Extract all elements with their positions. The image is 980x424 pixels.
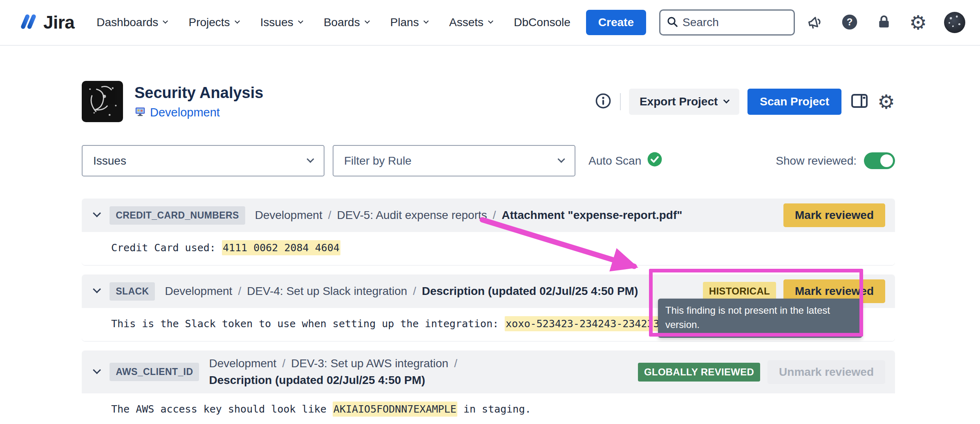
chevron-down-icon <box>365 19 370 24</box>
jira-logo[interactable]: Jira <box>18 11 74 33</box>
breadcrumb: Development / DEV-4: Set up Slack integr… <box>165 283 638 300</box>
snippet-highlight: 4111 0062 2084 4604 <box>222 240 340 255</box>
svg-text:?: ? <box>847 16 853 27</box>
snippet-highlight: xoxo-523423-234243-234233-e <box>505 316 672 331</box>
rule-badge: SLACK <box>110 282 155 301</box>
breadcrumb-project[interactable]: Development <box>165 283 232 300</box>
export-project-button[interactable]: Export Project <box>629 89 739 115</box>
snippet-highlight: AKIAIO5FODNN7EXAMPLE <box>333 402 457 417</box>
breadcrumb-separator: / <box>493 207 496 224</box>
breadcrumb-separator: / <box>454 355 457 372</box>
breadcrumb-separator: / <box>238 283 241 300</box>
lock-icon <box>876 14 892 31</box>
finding-row: AWS_CLIENT_ID Development / DEV-3: Set u… <box>82 350 895 424</box>
check-circle-icon <box>647 152 662 170</box>
create-button[interactable]: Create <box>586 10 646 35</box>
main-content: Security Analysis Development Export Pro… <box>82 81 895 424</box>
help-icon: ? <box>841 13 859 32</box>
search-box[interactable] <box>659 9 795 36</box>
finding-snippet: The AWS access key should look like AKIA… <box>82 393 895 424</box>
navbar-icon-group: ? ⚙ <box>806 12 965 33</box>
page-settings-button[interactable]: ⚙ <box>877 92 895 112</box>
nav-item-projects[interactable]: Projects <box>188 16 239 29</box>
chevron-down-icon[interactable] <box>93 285 101 293</box>
info-button[interactable] <box>595 92 612 111</box>
nav-item-assets[interactable]: Assets <box>449 16 492 29</box>
nav-item-label: Assets <box>449 16 483 29</box>
rule-filter-value: Filter by Rule <box>344 154 412 167</box>
security-button[interactable] <box>876 14 892 31</box>
page-title: Security Analysis <box>134 84 263 102</box>
search-input[interactable] <box>682 16 788 29</box>
breadcrumb-location: Description (updated 02/Jul/25 4:50 PM) <box>422 283 638 300</box>
issues-filter-value: Issues <box>93 154 126 167</box>
breadcrumb-separator: / <box>413 283 416 300</box>
historical-badge: HISTORICAL <box>703 282 776 301</box>
chevron-down-icon <box>723 97 730 104</box>
breadcrumb-project[interactable]: Development <box>209 355 276 372</box>
finding-header[interactable]: AWS_CLIENT_ID Development / DEV-3: Set u… <box>82 350 895 393</box>
top-navbar: Jira Dashboards Projects Issues Boards P… <box>0 0 980 46</box>
unmark-reviewed-button[interactable]: Unmark reviewed <box>767 360 885 384</box>
chevron-down-icon[interactable] <box>93 209 101 217</box>
toggle-knob <box>880 154 893 167</box>
gear-icon: ⚙ <box>909 13 927 32</box>
project-avatar <box>82 81 123 122</box>
auto-scan-status: Auto Scan <box>588 152 662 170</box>
details-panel-button[interactable] <box>850 91 869 112</box>
breadcrumb-issue[interactable]: DEV-3: Set up AWS integration <box>291 355 448 372</box>
mark-reviewed-button[interactable]: Mark reviewed <box>783 203 885 227</box>
nav-item-dbconsole[interactable]: DbConsole <box>514 16 571 29</box>
scan-project-button[interactable]: Scan Project <box>747 89 841 115</box>
chevron-down-icon <box>298 19 303 24</box>
breadcrumb-location: Attachment "expense-report.pdf" <box>502 207 682 224</box>
finding-snippet: Credit Card used: 4111 0062 2084 4604 <box>82 232 895 265</box>
megaphone-icon <box>806 13 823 32</box>
settings-button[interactable]: ⚙ <box>909 13 927 32</box>
breadcrumb-issue[interactable]: DEV-4: Set up Slack integration <box>247 283 407 300</box>
info-icon <box>595 92 612 111</box>
snippet-text: This is the Slack token to use when sett… <box>111 318 505 330</box>
snippet-text: in staging. <box>457 403 531 415</box>
parent-project-link[interactable]: Development <box>150 106 220 119</box>
show-reviewed-toggle[interactable] <box>864 152 895 169</box>
issues-filter-select[interactable]: Issues <box>82 145 324 176</box>
announcement-button[interactable] <box>806 13 823 32</box>
search-icon <box>666 16 678 29</box>
nav-item-label: DbConsole <box>514 16 571 29</box>
rule-filter-select[interactable]: Filter by Rule <box>333 145 575 176</box>
nav-item-dashboards[interactable]: Dashboards <box>96 16 167 29</box>
breadcrumb-issue[interactable]: DEV-5: Audit expense reports <box>337 207 487 224</box>
nav-item-boards[interactable]: Boards <box>324 16 369 29</box>
jira-logo-text: Jira <box>43 12 74 33</box>
jira-logo-icon <box>18 11 38 33</box>
finding-actions: GLOBALLY REVIEWED Unmark reviewed <box>630 360 885 384</box>
filter-row: Issues Filter by Rule Auto Scan Show rev… <box>82 145 895 176</box>
help-button[interactable]: ? <box>841 13 859 32</box>
profile-button[interactable] <box>944 12 965 33</box>
nav-item-label: Plans <box>390 16 419 29</box>
nav-item-label: Issues <box>260 16 293 29</box>
breadcrumb-separator: / <box>328 207 331 224</box>
nav-item-label: Projects <box>188 16 230 29</box>
nav-item-plans[interactable]: Plans <box>390 16 428 29</box>
snippet-text: Credit Card used: <box>111 242 222 254</box>
chevron-down-icon <box>235 19 240 24</box>
breadcrumb-project[interactable]: Development <box>255 207 322 224</box>
show-reviewed-label: Show reviewed: <box>776 154 857 167</box>
breadcrumb: Development / DEV-3: Set up AWS integrat… <box>209 355 630 388</box>
chevron-down-icon <box>488 19 493 24</box>
project-actions: Export Project Scan Project ⚙ <box>595 89 895 115</box>
historical-tooltip: This finding is not present in the lates… <box>658 299 862 338</box>
primary-navigation: Dashboards Projects Issues Boards Plans … <box>96 16 571 29</box>
nav-item-issues[interactable]: Issues <box>260 16 302 29</box>
chevron-down-icon[interactable] <box>93 366 101 374</box>
globally-reviewed-badge: GLOBALLY REVIEWED <box>638 363 760 382</box>
nav-item-label: Boards <box>324 16 360 29</box>
snippet-text: The AWS access key should look like <box>111 403 333 415</box>
breadcrumb-separator: / <box>282 355 285 372</box>
gear-icon: ⚙ <box>877 92 895 112</box>
breadcrumb: Development / DEV-5: Audit expense repor… <box>255 207 682 224</box>
finding-header[interactable]: CREDIT_CARD_NUMBERS Development / DEV-5:… <box>82 199 895 232</box>
user-avatar <box>944 12 965 33</box>
